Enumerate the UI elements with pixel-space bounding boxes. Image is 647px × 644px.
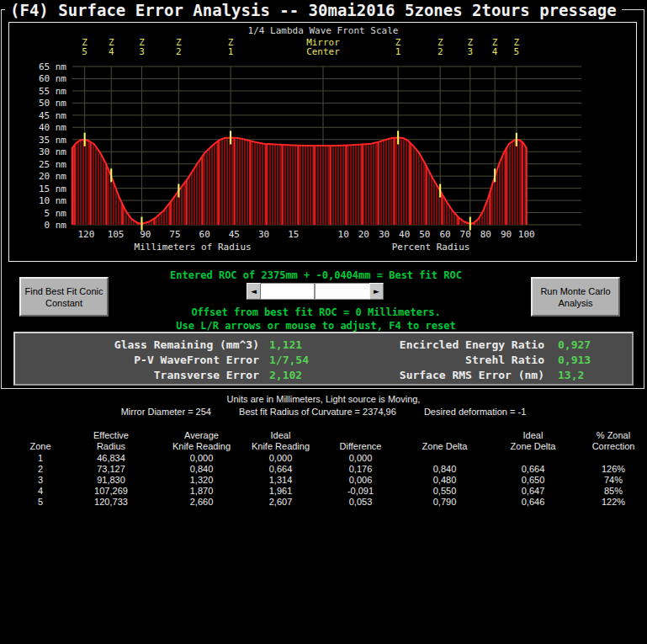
zone-table-cell: 0,647 [489,486,577,497]
chart-text: 10 nm [39,195,66,206]
chart-text: 105 [108,229,125,240]
chart-text: 10 [338,229,349,240]
zone-table-cell: 1,320 [162,475,241,486]
zone-table-header-cell: Zone [21,430,60,453]
chart-text: 15 [288,229,299,240]
chart-text: 1/4 Lambda Wave Front Scale [248,25,399,36]
chart-text: 4 [492,46,498,57]
chart-text: 120 [77,229,94,240]
zone-table-cell: 74% [577,475,647,486]
roc-offset-scrollbar[interactable]: ◄ ► [247,283,384,300]
transverse-error-value: 2,102 [259,369,377,384]
chart-text: 3 [467,46,473,57]
chart-text: 1 [228,46,234,57]
app-window: (F4) Surface Error Analysis -- 30mai2016… [0,0,647,644]
chart-text: 4 [109,46,114,57]
stats-row: P-V WaveFront Error 1/7,54 Strehl Ratio … [15,354,632,369]
chart-text: 40 nm [39,122,66,133]
zone-table: ZoneEffectiveRadiusAverageKnife ReadingI… [21,430,647,508]
zone-table-cell: 1,870 [162,486,241,497]
chart-text: 2 [438,46,443,57]
best-fit-roc-text: Best fit Radius of Curvature = 2374,96 [239,407,396,417]
scrollbar-thumb[interactable] [261,284,316,299]
chart-text: 75 [169,229,180,240]
chart-text: 60 nm [39,73,66,84]
transverse-error-label: Transverse Error [15,369,259,384]
scrollbar-track[interactable] [261,283,369,300]
zone-table-cell: 0,550 [400,486,489,497]
zone-table-cell: 2,660 [162,497,241,508]
zone-table-cell: 0,664 [489,464,577,475]
zone-table-cell: 2,607 [241,497,321,508]
mirror-info-text: Mirror Diameter = 254 Best fit Radius of… [0,407,647,417]
surface-error-area-highlight [72,138,527,226]
chart-text: 5 [513,46,519,57]
stats-panel: Glass Remaining (mm^3) 1,121 Encircled E… [13,332,634,386]
wavefront-chart: 1/4 Lambda Wave Front ScaleZ1Z1Z2Z2Z3Z3Z… [8,22,637,262]
zone-table-cell: 46,834 [60,453,162,464]
zone-table-cell: 126% [577,464,647,475]
zone-table-cell: 0,053 [321,497,400,508]
chart-text: 55 nm [39,86,66,97]
chart-text: 3 [139,46,145,57]
chart-text: 25 nm [39,159,66,170]
stats-row: Glass Remaining (mm^3) 1,121 Encircled E… [15,338,632,354]
chart-text: 35 nm [39,135,66,146]
zone-table-row: 4107,2691,8701,961-0,0910,5500,64785% [21,486,647,497]
zone-table-cell [577,453,647,464]
zone-table-cell: 0,664 [241,464,321,475]
chart-text: 40 [399,229,410,240]
chart-text: 0 nm [45,220,67,231]
strehl-ratio-label: Strehl Ratio [377,354,551,369]
zone-table-cell: 85% [577,486,647,497]
chart-text: 50 [419,229,430,240]
zone-table-cell: 1,961 [241,486,321,497]
zone-table-header-cell: IdealZone Delta [489,430,577,453]
scrollbar-right-arrow-button[interactable]: ► [369,283,384,300]
zone-table-cell: 0,790 [400,497,489,508]
zone-table-cell: 107,269 [60,486,162,497]
chart-text: 45 [229,229,240,240]
glass-remaining-label: Glass Remaining (mm^3) [15,338,259,354]
zone-table-cell: 2 [21,464,60,475]
window-title: (F4) Surface Error Analysis -- 30mai2016… [5,0,622,20]
zone-table-cell: 0,480 [400,475,489,486]
desired-deformation-text: Desired deformation = -1 [424,407,526,417]
zone-table-header-cell: Difference [321,430,400,453]
zone-table-cell: 91,830 [60,475,162,486]
left-arrow-icon: ◄ [251,287,257,295]
zone-table-cell: 3 [21,475,60,486]
zone-table-cell: 0,650 [489,475,577,486]
chart-text: 65 nm [39,61,66,72]
zone-table-cell: 0,000 [321,453,400,464]
zone-table-cell: 73,127 [60,464,162,475]
zone-table-cell: 1,314 [241,475,321,486]
encircled-energy-value: 0,927 [551,338,625,354]
chart-text: 60 [199,229,210,240]
chart-text: 45 nm [39,110,66,121]
zone-table-cell: 4 [21,486,60,497]
chart-text: 5 nm [45,208,67,219]
mirror-diameter-text: Mirror Diameter = 254 [121,407,211,417]
chart-text: 2 [176,46,182,57]
chart-text: 70 [460,229,471,240]
zone-table-cell: 122% [577,497,647,508]
chart-text: 60 [439,229,450,240]
zone-table-header-cell: Zone Delta [400,430,489,453]
chart-text: 5 [82,46,88,57]
chart-text: 50 nm [39,98,66,109]
encircled-energy-label: Encircled Energy Ratio [377,338,551,354]
zone-table-cell [400,453,489,464]
chart-text: 80 [480,229,491,240]
scrollbar-left-arrow-button[interactable]: ◄ [247,283,261,300]
pv-wavefront-label: P-V WaveFront Error [15,354,259,369]
chart-text: 100 [518,229,535,240]
chart-text: Center [306,46,340,57]
chart-text: Percent Radius [392,242,470,253]
zone-table-header-cell: AverageKnife Reading [162,430,241,453]
zone-table-header-cell: EffectiveRadius [60,430,162,453]
chart-text: 30 [258,229,269,240]
right-arrow-icon: ► [374,287,379,295]
zone-table-header-cell: IdealKnife Reading [241,430,321,453]
zone-table-row: 5120,7332,6602,6070,0530,7900,646122% [21,497,647,508]
